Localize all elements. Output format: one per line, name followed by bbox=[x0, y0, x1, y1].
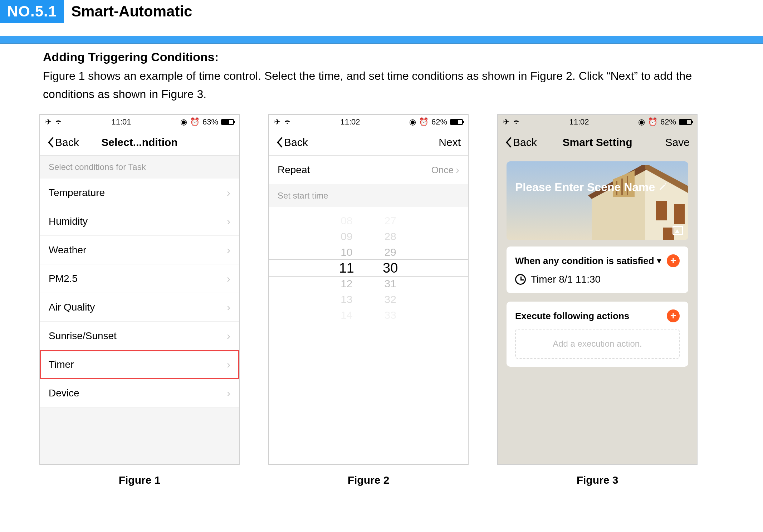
picker-value: 12 bbox=[341, 276, 352, 292]
svg-rect-5 bbox=[674, 204, 685, 224]
picker-minutes[interactable]: 27282930313233 bbox=[383, 213, 398, 323]
chevron-down-icon[interactable]: ▾ bbox=[657, 256, 661, 265]
wifi-icon bbox=[283, 117, 291, 127]
scene-hero[interactable]: Please Enter Scene Name bbox=[507, 161, 688, 240]
condition-label: Humidity bbox=[49, 216, 88, 227]
chevron-right-icon: › bbox=[227, 358, 230, 371]
pencil-icon bbox=[659, 181, 667, 194]
back-button[interactable]: Back bbox=[47, 136, 79, 148]
chevron-right-icon: › bbox=[227, 387, 230, 399]
status-bar: ✈ 11:02 ◉ ⏰ 62% bbox=[269, 115, 468, 129]
picker-hours[interactable]: 08091011121314 bbox=[339, 213, 354, 323]
phone-figure-3: ✈ 11:02 ◉ ⏰ 62% Back Smart bbox=[497, 114, 698, 465]
condition-label: PM2.5 bbox=[49, 273, 78, 284]
picker-value: 30 bbox=[383, 260, 398, 276]
picker-value: 33 bbox=[384, 307, 396, 323]
time-picker[interactable]: 08091011121314 27282930313233 bbox=[269, 207, 468, 330]
condition-label: Device bbox=[49, 387, 79, 399]
condition-item-sunrise-sunset[interactable]: Sunrise/Sunset› bbox=[40, 322, 239, 350]
actions-card: Execute following actions + Add a execut… bbox=[507, 302, 688, 367]
figure-2-label: Figure 2 bbox=[348, 474, 390, 486]
section-number-badge: NO.5.1 bbox=[0, 0, 64, 23]
add-condition-button[interactable]: + bbox=[667, 254, 680, 267]
conditions-list: Temperature›Humidity›Weather›PM2.5›Air Q… bbox=[40, 179, 239, 407]
condition-row[interactable]: Timer 8/1 11:30 bbox=[515, 274, 680, 285]
condition-item-air-quality[interactable]: Air Quality› bbox=[40, 293, 239, 322]
scene-name-placeholder: Please Enter Scene Name bbox=[515, 181, 655, 194]
condition-label: Sunrise/Sunset bbox=[49, 330, 117, 342]
status-bar: ✈ 11:02 ◉ ⏰ 62% bbox=[498, 115, 697, 129]
status-time: 11:01 bbox=[111, 117, 131, 127]
nav-bar: Back Smart Setting Save bbox=[498, 129, 697, 156]
body-text: Adding Triggering Conditions: Figure 1 s… bbox=[0, 44, 763, 111]
chevron-right-icon: › bbox=[456, 164, 459, 176]
condition-label: Weather bbox=[49, 244, 86, 256]
condition-item-weather[interactable]: Weather› bbox=[40, 236, 239, 264]
location-icon: ◉ bbox=[180, 117, 187, 127]
condition-item-device[interactable]: Device› bbox=[40, 379, 239, 407]
picker-value: 28 bbox=[384, 229, 396, 244]
battery-icon bbox=[679, 119, 692, 125]
condition-item-temperature[interactable]: Temperature› bbox=[40, 179, 239, 207]
condition-label: Timer bbox=[49, 359, 74, 370]
condition-label: Temperature bbox=[49, 187, 105, 199]
airplane-icon: ✈ bbox=[274, 117, 280, 127]
picker-value: 10 bbox=[341, 244, 352, 260]
chevron-right-icon: › bbox=[227, 187, 230, 199]
status-time: 11:02 bbox=[569, 117, 589, 127]
save-button[interactable]: Save bbox=[665, 136, 690, 148]
alarm-icon: ⏰ bbox=[648, 117, 657, 127]
figure-2-column: ✈ 11:02 ◉ ⏰ 62% Back Next bbox=[268, 114, 469, 486]
location-icon: ◉ bbox=[638, 117, 645, 127]
picker-value: 32 bbox=[384, 292, 396, 307]
paragraph: Figure 1 shows an example of time contro… bbox=[43, 67, 720, 103]
svg-marker-1 bbox=[592, 165, 645, 240]
clock-icon bbox=[515, 274, 526, 285]
chevron-right-icon: › bbox=[227, 244, 230, 256]
alarm-icon: ⏰ bbox=[190, 117, 200, 127]
battery-icon bbox=[450, 119, 463, 125]
figure-1-label: Figure 1 bbox=[119, 474, 161, 486]
picker-value: 09 bbox=[341, 229, 352, 244]
add-action-button[interactable]: + bbox=[667, 309, 680, 322]
phone-figure-2: ✈ 11:02 ◉ ⏰ 62% Back Next bbox=[268, 114, 469, 465]
next-button[interactable]: Next bbox=[439, 136, 461, 148]
repeat-label: Repeat bbox=[278, 164, 310, 176]
picker-value: 14 bbox=[341, 307, 352, 323]
condition-item-humidity[interactable]: Humidity› bbox=[40, 207, 239, 236]
condition-item-pm2-5[interactable]: PM2.5› bbox=[40, 264, 239, 293]
airplane-icon: ✈ bbox=[45, 117, 52, 127]
picker-value: 08 bbox=[341, 213, 352, 229]
scene-name-input[interactable]: Please Enter Scene Name bbox=[515, 181, 667, 194]
doc-header: NO.5.1 Smart-Automatic bbox=[0, 0, 763, 26]
horizontal-divider bbox=[0, 36, 763, 44]
section-label: Set start time bbox=[269, 184, 468, 207]
nav-bar: Back Select...ndition bbox=[40, 129, 239, 156]
house-illustration bbox=[574, 165, 688, 240]
battery-percent: 63% bbox=[202, 117, 218, 127]
wifi-icon bbox=[54, 117, 62, 127]
back-button[interactable]: Back bbox=[276, 136, 308, 148]
figure-1-column: ✈ 11:01 ◉ ⏰ 63% Back Select bbox=[39, 114, 240, 486]
svg-rect-4 bbox=[656, 201, 667, 220]
status-bar: ✈ 11:01 ◉ ⏰ 63% bbox=[40, 115, 239, 129]
add-action-placeholder[interactable]: Add a execution action. bbox=[515, 329, 680, 359]
back-button[interactable]: Back bbox=[505, 136, 537, 148]
conditions-header: When any condition is satisfied bbox=[515, 255, 654, 267]
section-label: Select conditions for Task bbox=[40, 156, 239, 179]
figure-3-column: ✈ 11:02 ◉ ⏰ 62% Back Smart bbox=[497, 114, 698, 486]
image-icon[interactable] bbox=[672, 226, 683, 235]
condition-item-timer[interactable]: Timer› bbox=[40, 350, 239, 379]
wifi-icon bbox=[512, 117, 520, 127]
chevron-right-icon: › bbox=[227, 273, 230, 285]
battery-percent: 62% bbox=[431, 117, 447, 127]
chevron-right-icon: › bbox=[227, 330, 230, 342]
figures-row: ✈ 11:01 ◉ ⏰ 63% Back Select bbox=[0, 111, 763, 493]
back-label: Back bbox=[284, 136, 308, 148]
condition-label: Air Quality bbox=[49, 302, 95, 313]
back-label: Back bbox=[513, 136, 537, 148]
picker-value: 27 bbox=[384, 213, 396, 229]
repeat-row[interactable]: Repeat Once › bbox=[269, 156, 468, 184]
picker-value: 13 bbox=[341, 292, 352, 307]
chevron-right-icon: › bbox=[227, 215, 230, 228]
